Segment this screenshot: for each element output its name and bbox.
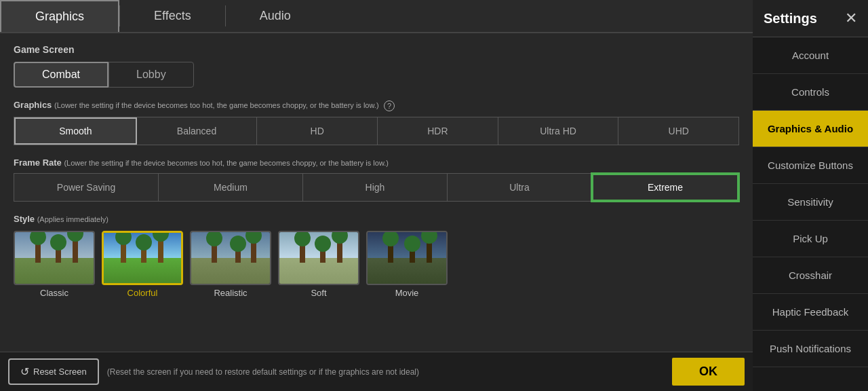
movie-thumb <box>368 232 446 284</box>
sub-tabs-bar: Combat Lobby <box>14 62 739 88</box>
classic-tree2 <box>56 248 61 263</box>
sidebar-item-controls[interactable]: Controls <box>753 74 868 111</box>
sidebar-item-push-notifications[interactable]: Push Notifications <box>753 331 868 367</box>
subtab-combat[interactable]: Combat <box>14 62 108 88</box>
graphics-section-label: Graphics (Lower the setting if the devic… <box>14 100 739 111</box>
graphics-options-row: Smooth Balanced HD HDR Ultra HD UHD <box>14 117 739 145</box>
realistic-thumb <box>191 232 270 284</box>
sidebar-title: Settings <box>764 11 817 26</box>
style-card-realistic[interactable]: Realistic <box>190 231 271 298</box>
style-card-soft[interactable]: Soft <box>278 231 359 298</box>
close-button[interactable]: ✕ <box>845 10 857 27</box>
graphics-option-smooth[interactable]: Smooth <box>14 117 137 145</box>
ok-button[interactable]: OK <box>672 358 745 386</box>
style-cards-row: Classic Colorful <box>14 231 739 298</box>
soft-tree2 <box>320 249 326 263</box>
reset-screen-button[interactable]: ↺ Reset Screen <box>8 358 99 385</box>
framerate-option-medium[interactable]: Medium <box>159 174 303 201</box>
tab-effects[interactable]: Effects <box>120 0 225 32</box>
style-card-colorful-img <box>102 231 183 285</box>
style-card-movie-img <box>366 231 448 285</box>
bottom-bar: ↺ Reset Screen (Reset the screen if you … <box>0 352 753 391</box>
framerate-option-powersaving[interactable]: Power Saving <box>14 174 159 201</box>
graphics-option-uhd[interactable]: UHD <box>618 117 738 145</box>
graphics-option-hd[interactable]: HD <box>257 117 378 145</box>
subtab-lobby[interactable]: Lobby <box>108 62 194 88</box>
classic-ground <box>15 258 94 284</box>
framerate-option-ultra[interactable]: Ultra <box>448 174 592 201</box>
realistic-tree1 <box>212 244 217 263</box>
sidebar-item-pick-up[interactable]: Pick Up <box>753 221 868 257</box>
style-card-realistic-label: Realistic <box>214 288 247 298</box>
sidebar-item-customize-buttons[interactable]: Customize Buttons <box>753 147 868 184</box>
sidebar-item-crosshair[interactable]: Crosshair <box>753 257 868 294</box>
sidebar-item-sensitivity[interactable]: Sensitivity <box>753 184 868 221</box>
graphics-option-ultrahd[interactable]: Ultra HD <box>498 117 619 145</box>
reset-screen-label: Reset Screen <box>33 367 87 377</box>
top-tabs-bar: Graphics Effects Audio <box>0 0 753 33</box>
soft-tree3 <box>337 241 342 263</box>
frame-rate-section-label: Frame Rate (Lower the setting if the dev… <box>14 157 739 168</box>
content-area: Game Screen Combat Lobby Graphics (Lower… <box>0 33 753 352</box>
reset-info-text: (Reset the screen if you need to restore… <box>107 367 664 377</box>
graphics-option-hdr[interactable]: HDR <box>378 117 498 145</box>
tab-graphics[interactable]: Graphics <box>0 0 119 32</box>
realistic-tree2 <box>235 249 241 263</box>
style-card-classic[interactable]: Classic <box>14 231 95 298</box>
realistic-tree3 <box>251 241 256 263</box>
sidebar-item-haptic-feedback[interactable]: Haptic Feedback <box>753 294 868 331</box>
style-card-classic-label: Classic <box>40 288 68 298</box>
style-card-movie-label: Movie <box>395 288 419 298</box>
style-card-colorful-label: Colorful <box>127 288 158 298</box>
movie-tree1 <box>388 244 393 263</box>
classic-thumb <box>15 232 94 284</box>
classic-tree3 <box>73 239 78 263</box>
style-card-classic-img <box>14 231 95 285</box>
style-card-colorful[interactable]: Colorful <box>102 231 183 298</box>
soft-ground <box>279 258 358 284</box>
sidebar-items-list: Account Controls Graphics & Audio Custom… <box>753 37 868 367</box>
soft-thumb <box>279 232 358 284</box>
tab-audio[interactable]: Audio <box>226 0 325 32</box>
movie-tree2 <box>410 249 415 263</box>
right-sidebar: Settings ✕ Account Controls Graphics & A… <box>753 0 868 391</box>
game-screen-label: Game Screen <box>14 44 739 55</box>
frame-rate-options-row: Power Saving Medium High Ultra Extreme <box>14 173 739 202</box>
style-card-realistic-img <box>190 231 271 285</box>
main-panel: Graphics Effects Audio Game Screen Comba… <box>0 0 753 391</box>
movie-tree3 <box>427 241 432 263</box>
colorful-tree1 <box>121 242 126 263</box>
graphics-option-balanced[interactable]: Balanced <box>137 117 258 145</box>
style-card-soft-label: Soft <box>311 288 326 298</box>
soft-tree1 <box>300 244 305 263</box>
framerate-option-extreme[interactable]: Extreme <box>592 174 738 201</box>
sidebar-item-account[interactable]: Account <box>753 37 868 74</box>
realistic-ground <box>191 258 270 284</box>
colorful-tree2 <box>141 248 146 263</box>
colorful-tree3 <box>158 239 163 263</box>
sidebar-item-graphics-audio[interactable]: Graphics & Audio <box>753 111 868 147</box>
classic-tree1 <box>35 242 41 263</box>
style-card-soft-img <box>278 231 359 285</box>
reset-icon: ↺ <box>20 365 29 378</box>
style-card-movie[interactable]: Movie <box>366 231 448 298</box>
sidebar-header: Settings ✕ <box>753 0 868 37</box>
framerate-option-high[interactable]: High <box>303 174 448 201</box>
style-section-label: Style (Applies immediately) <box>14 214 739 224</box>
graphics-help-icon[interactable]: ? <box>384 100 395 111</box>
colorful-thumb <box>104 233 181 283</box>
movie-ground <box>368 258 446 284</box>
